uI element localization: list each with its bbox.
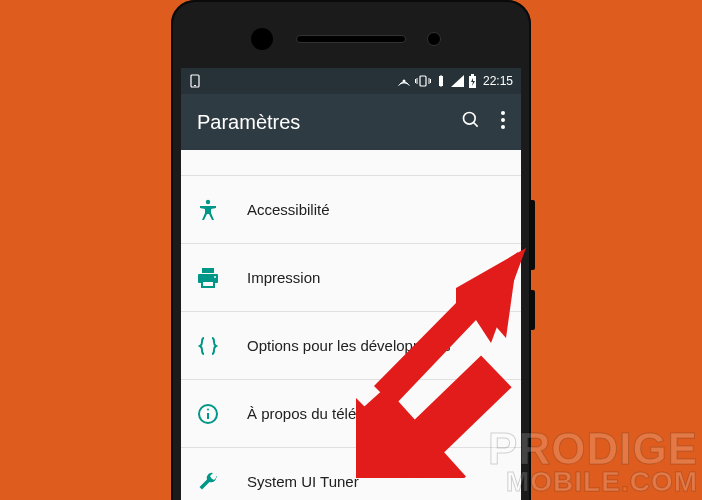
phone-frame: 22:15 Paramètres Accessibilité xyxy=(171,0,531,500)
settings-item-label: Options pour les développeurs xyxy=(247,337,450,354)
list-divider xyxy=(181,150,521,176)
accessibility-icon xyxy=(197,199,219,221)
svg-rect-3 xyxy=(420,76,426,86)
svg-point-16 xyxy=(214,276,216,278)
svg-point-12 xyxy=(206,199,210,203)
settings-item-developer-options[interactable]: Options pour les développeurs xyxy=(181,312,521,380)
speaker-grille xyxy=(296,35,406,43)
sensor xyxy=(251,28,273,50)
settings-item-system-ui-tuner[interactable]: System UI Tuner xyxy=(181,448,521,500)
settings-item-print[interactable]: Impression xyxy=(181,244,521,312)
svg-rect-1 xyxy=(194,85,196,86)
settings-item-about-phone[interactable]: À propos du téléphone xyxy=(181,380,521,448)
phone-top xyxy=(181,10,521,68)
side-button xyxy=(531,200,535,270)
settings-item-label: System UI Tuner xyxy=(247,473,359,490)
settings-list: Accessibilité Impression Options pour le… xyxy=(181,150,521,500)
svg-point-19 xyxy=(207,408,209,410)
vibrate-icon xyxy=(415,74,431,88)
watermark-line2: MOBILE.COM xyxy=(488,469,698,494)
overflow-menu-icon[interactable] xyxy=(501,111,505,133)
data-icon xyxy=(435,75,447,87)
settings-item-label: Accessibilité xyxy=(247,201,330,218)
svg-rect-15 xyxy=(202,281,214,287)
svg-point-9 xyxy=(501,111,505,115)
svg-point-10 xyxy=(501,118,505,122)
page-title: Paramètres xyxy=(197,111,300,134)
status-bar: 22:15 xyxy=(181,68,521,94)
settings-item-label: Impression xyxy=(247,269,320,286)
front-camera xyxy=(427,32,441,46)
search-icon[interactable] xyxy=(461,110,481,134)
hotspot-icon xyxy=(397,74,411,88)
svg-line-8 xyxy=(474,123,478,127)
battery-charging-icon xyxy=(468,74,477,88)
settings-item-accessibility[interactable]: Accessibilité xyxy=(181,176,521,244)
svg-rect-6 xyxy=(471,74,474,76)
app-bar: Paramètres xyxy=(181,94,521,150)
signal-icon xyxy=(451,75,464,87)
side-button xyxy=(531,290,535,330)
status-time: 22:15 xyxy=(483,74,513,88)
watermark-line1: PRODIGE xyxy=(488,429,698,469)
portrait-lock-icon xyxy=(189,74,201,88)
svg-point-11 xyxy=(501,125,505,129)
svg-rect-13 xyxy=(202,268,214,273)
braces-icon xyxy=(197,337,219,355)
phone-screen: 22:15 Paramètres Accessibilité xyxy=(181,68,521,500)
info-icon xyxy=(197,404,219,424)
svg-rect-4 xyxy=(439,76,443,86)
settings-item-label: À propos du téléphone xyxy=(247,405,398,422)
wrench-icon xyxy=(197,472,219,492)
svg-point-7 xyxy=(464,113,476,125)
watermark: PRODIGE MOBILE.COM xyxy=(488,429,698,494)
print-icon xyxy=(197,268,219,288)
